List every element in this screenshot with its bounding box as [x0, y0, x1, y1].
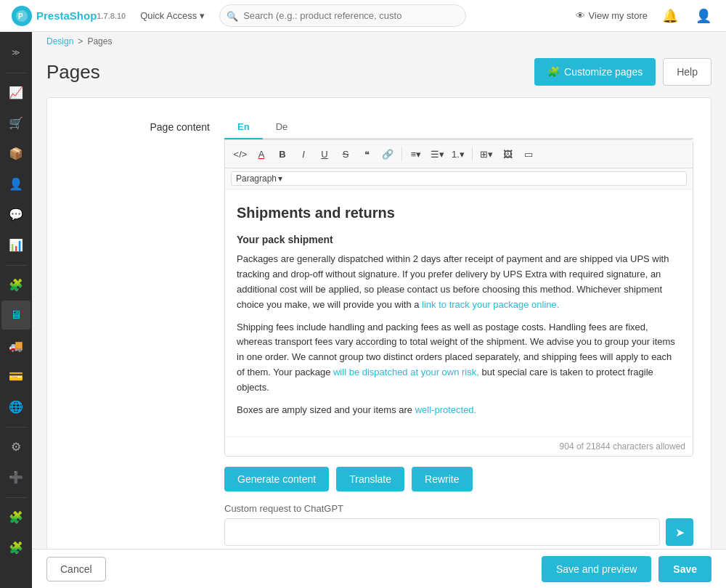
customers-icon: 👤 [9, 177, 23, 191]
rewrite-button[interactable]: Rewrite [412, 467, 472, 491]
user-button[interactable]: 👤 [693, 5, 714, 27]
navbar-right: 👁 View my store 🔔 👤 [576, 5, 714, 27]
toolbar-list-btn[interactable]: ☰▾ [428, 144, 446, 163]
toolbar-image-btn[interactable]: 🖼 [498, 144, 517, 163]
bell-icon: 🔔 [662, 8, 678, 24]
app-name: PrestaShop [36, 9, 97, 22]
paragraph-dropdown-arrow: ▾ [278, 173, 282, 184]
logo-icon: P [12, 6, 32, 26]
editor-link3: well-protected. [415, 404, 477, 415]
translate-button[interactable]: Translate [336, 467, 404, 491]
header-actions: 🧩 Customize pages Help [534, 58, 711, 86]
toolbar-bold-btn[interactable]: B [273, 144, 292, 163]
settings-icon: ⚙ [11, 440, 21, 454]
sidebar-item-expand[interactable]: ≫ [1, 38, 30, 67]
chatgpt-input-row: ➤ [224, 518, 693, 546]
messages-icon: 💬 [9, 208, 23, 221]
plugin2-icon: 🧩 [9, 541, 23, 555]
notifications-button[interactable]: 🔔 [659, 5, 681, 27]
breadcrumb: Design > Pages [32, 32, 726, 51]
sidebar-item-stats[interactable]: 📊 [1, 230, 30, 259]
editor-wrapper: En De </> A B I U S ❝ 🔗 [224, 115, 693, 546]
svg-text:P: P [18, 12, 23, 20]
breadcrumb-parent[interactable]: Design [46, 36, 73, 46]
language-tabs: En De [224, 115, 693, 139]
sidebar-item-international[interactable]: 🌐 [1, 392, 30, 421]
toolbar-media-btn[interactable]: ▭ [519, 144, 538, 163]
sidebar-item-shipping[interactable]: 🚚 [1, 331, 30, 360]
save-button[interactable]: Save [658, 556, 711, 582]
chatgpt-label: Custom request to ChatGPT [224, 503, 693, 514]
sidebar-item-modules[interactable]: 🧩 [1, 270, 30, 299]
toolbar-sep1 [401, 147, 402, 161]
quick-access-button[interactable]: Quick Access ▾ [134, 7, 211, 24]
editor-paragraph1: Packages are generally dispatched within… [237, 252, 681, 312]
editor-link2: will be dispatched at your own risk, [333, 367, 479, 377]
sidebar-item-orders[interactable]: 🛒 [1, 108, 30, 137]
modules-icon: 🧩 [9, 278, 23, 292]
editor-content-area[interactable]: Shipments and returns Your pack shipment… [225, 189, 693, 436]
catalog-icon: 📦 [9, 147, 23, 160]
toolbar-code-btn[interactable]: </> [231, 144, 250, 163]
add-icon: ➕ [9, 470, 23, 484]
toolbar-sep2 [472, 147, 473, 161]
app-logo: P PrestaShop 1.7.8.10 [12, 6, 126, 26]
send-icon: ➤ [675, 526, 685, 539]
dashboard-icon: 📈 [9, 86, 23, 99]
editor-paragraph3: Boxes are amply sized and your items are… [237, 403, 681, 418]
chatgpt-section: Custom request to ChatGPT ➤ [224, 503, 693, 546]
sidebar-item-add[interactable]: ➕ [1, 462, 30, 491]
breadcrumb-current: Pages [87, 36, 112, 46]
design-icon: 🖥 [10, 309, 22, 322]
globe-icon: 🌐 [9, 400, 23, 414]
toolbar-align-btn[interactable]: ≡▾ [407, 144, 425, 163]
sidebar-item-design[interactable]: 🖥 [1, 301, 30, 330]
help-button[interactable]: Help [663, 58, 711, 86]
plugin1-icon: 🧩 [9, 510, 23, 524]
sidebar-item-plugin2[interactable]: 🧩 [1, 533, 30, 562]
sidebar-item-catalog[interactable]: 📦 [1, 139, 30, 168]
stats-icon: 📊 [9, 238, 23, 252]
page-content-label: Page content [65, 115, 210, 546]
sidebar-item-plugin1[interactable]: 🧩 [1, 502, 30, 531]
puzzle-icon: 🧩 [547, 66, 560, 78]
ai-buttons-row: Generate content Translate Rewrite [224, 467, 693, 491]
content-card: Page content En De </> A B I [46, 97, 711, 588]
toolbar-blockquote-btn[interactable]: ❝ [357, 144, 376, 163]
toolbar-table-btn[interactable]: ⊞▾ [477, 144, 496, 163]
user-icon: 👤 [696, 8, 711, 24]
paragraph-dropdown[interactable]: Paragraph ▾ [231, 171, 687, 186]
sidebar-item-dashboard[interactable]: 📈 [1, 78, 30, 107]
toolbar-font-color-btn[interactable]: A [252, 144, 271, 163]
sidebar-item-messages[interactable]: 💬 [1, 200, 30, 229]
tab-de[interactable]: De [263, 115, 301, 139]
chatgpt-input[interactable] [224, 518, 660, 546]
customize-pages-button[interactable]: 🧩 Customize pages [534, 58, 656, 86]
orders-icon: 🛒 [9, 116, 23, 130]
toolbar-link-btn[interactable]: 🔗 [378, 144, 397, 163]
top-navbar: P PrestaShop 1.7.8.10 Quick Access ▾ 🔍 👁… [0, 0, 726, 32]
cancel-button[interactable]: Cancel [46, 557, 106, 581]
toolbar-italic-btn[interactable]: I [294, 144, 313, 163]
view-store-button[interactable]: 👁 View my store [576, 10, 648, 21]
toolbar-underline-btn[interactable]: U [315, 144, 334, 163]
editor-subheading: Your pack shipment [237, 232, 681, 248]
bottom-right-actions: Save and preview Save [542, 556, 711, 582]
bottom-bar: Cancel Save and preview Save [32, 549, 726, 588]
editor-toolbar: </> A B I U S ❝ 🔗 ≡▾ ☰▾ 1.▾ [225, 140, 693, 168]
generate-content-button[interactable]: Generate content [224, 467, 329, 491]
chatgpt-send-button[interactable]: ➤ [666, 518, 693, 546]
save-preview-button[interactable]: Save and preview [542, 556, 651, 582]
sidebar-item-payment[interactable]: 💳 [1, 362, 30, 391]
search-input[interactable] [219, 4, 466, 27]
toolbar-strikethrough-btn[interactable]: S [336, 144, 355, 163]
toolbar-ordered-list-btn[interactable]: 1.▾ [449, 144, 468, 163]
tab-en[interactable]: En [224, 115, 263, 139]
sidebar-item-customers[interactable]: 👤 [1, 169, 30, 198]
sidebar-item-settings[interactable]: ⚙ [1, 432, 30, 461]
chevron-down-icon: ▾ [200, 10, 205, 21]
breadcrumb-separator: > [78, 36, 83, 46]
customize-pages-label: Customize pages [564, 66, 643, 78]
main-wrapper: Design > Pages Pages 🧩 Customize pages H… [32, 32, 726, 588]
search-icon: 🔍 [227, 10, 238, 21]
